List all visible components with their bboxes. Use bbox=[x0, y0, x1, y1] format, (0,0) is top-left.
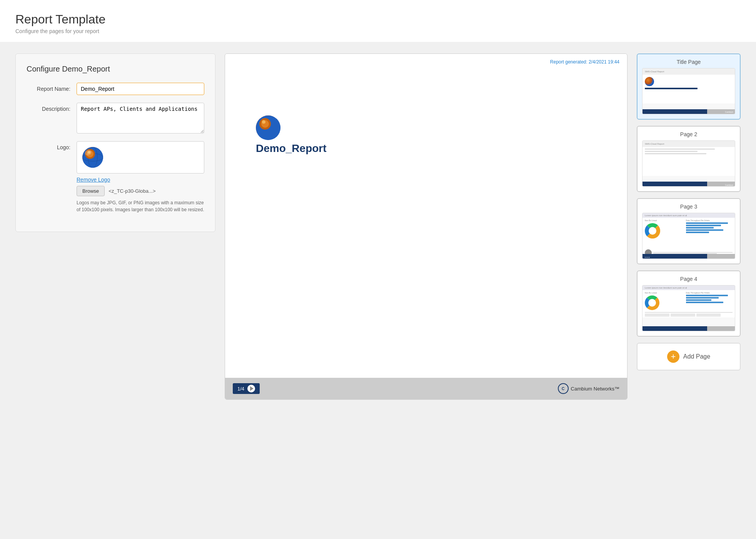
thumb-4-body: Non Bv Lineal Data Throughput Per Artist… bbox=[643, 290, 735, 311]
page-header: Report Template Configure the pages for … bbox=[0, 0, 756, 42]
cambium-circle-icon: C bbox=[558, 383, 569, 394]
thumb-3-header: Lorem ipsum non tincidunt sum pain et al bbox=[643, 213, 735, 218]
page-thumb-2[interactable]: Page 2 SMS-Cloud Report Cambium bbox=[637, 126, 741, 192]
config-panel: Configure Demo_Report Report Name: Descr… bbox=[15, 53, 215, 232]
thumb-1-body bbox=[643, 75, 735, 103]
play-icon bbox=[250, 386, 254, 391]
preview-logo-area bbox=[256, 115, 280, 140]
preview-footer-left: 1/4 bbox=[233, 383, 271, 394]
page-subtitle: Configure the pages for your report bbox=[15, 28, 741, 34]
logo-section: Remove Logo Browse <z_TC-p30-Globa...> L… bbox=[77, 141, 204, 213]
description-row: Description: Report APs, Clients and App… bbox=[27, 103, 204, 133]
page-thumb-1-label: Title Page bbox=[642, 59, 735, 65]
thumb-4-footer bbox=[643, 326, 735, 331]
report-name-label: Report Name: bbox=[27, 83, 77, 92]
preview-footer: 1/4 C Cambium Networks™ bbox=[225, 378, 627, 399]
browse-filename: <z_TC-p30-Globa...> bbox=[108, 188, 155, 194]
logo-globe-icon bbox=[82, 147, 103, 168]
thumb-3-footer bbox=[643, 254, 735, 259]
main-content: Configure Demo_Report Report Name: Descr… bbox=[0, 42, 756, 411]
svg-point-6 bbox=[88, 151, 90, 154]
page-thumb-2-preview: SMS-Cloud Report Cambium bbox=[642, 140, 735, 187]
add-page-icon: + bbox=[667, 350, 679, 363]
cambium-label: Cambium Networks™ bbox=[571, 386, 619, 392]
cambium-logo: C Cambium Networks™ bbox=[558, 383, 619, 394]
thumb-1-logo bbox=[645, 77, 654, 86]
page-thumb-1[interactable]: Title Page SMS-Cloud Report Cambium bbox=[637, 53, 741, 120]
preview-globe-icon bbox=[256, 115, 280, 140]
browse-button[interactable]: Browse bbox=[77, 186, 105, 196]
remove-logo-link[interactable]: Remove Logo bbox=[77, 177, 204, 183]
svg-point-3 bbox=[85, 149, 95, 159]
pages-sidebar: Title Page SMS-Cloud Report Cambium Page… bbox=[637, 53, 741, 370]
page-thumb-1-preview: SMS-Cloud Report Cambium bbox=[642, 68, 735, 114]
page-thumb-3-preview: Lorem ipsum non tincidunt sum pain et al… bbox=[642, 213, 735, 259]
thumb-3-donut bbox=[645, 223, 660, 239]
svg-point-5 bbox=[87, 151, 90, 154]
thumb-2-body bbox=[643, 147, 735, 176]
logo-box bbox=[77, 141, 204, 174]
config-panel-title: Configure Demo_Report bbox=[27, 65, 204, 73]
page-thumb-2-label: Page 2 bbox=[642, 131, 735, 137]
thumb-2-header: SMS-Cloud Report bbox=[643, 141, 735, 147]
report-generated-text: Report generated: 2/4/2021 19:44 bbox=[550, 59, 619, 65]
thumb-1-footer bbox=[643, 109, 735, 114]
page-thumb-3-label: Page 3 bbox=[642, 204, 735, 210]
browse-row: Browse <z_TC-p30-Globa...> bbox=[77, 186, 204, 196]
page-indicator: 1/4 bbox=[233, 383, 260, 394]
thumb-3-body: Non Bv Lineal Data Throughput Per Artist… bbox=[643, 218, 735, 249]
thumb-4-donut bbox=[645, 295, 659, 310]
page-thumb-4[interactable]: Page 4 Lorem ipsum non tincidunt sum pai… bbox=[637, 270, 741, 337]
svg-point-11 bbox=[262, 120, 265, 123]
report-name-input[interactable] bbox=[77, 83, 204, 95]
preview-content: Report generated: 2/4/2021 19:44 Demo_Re… bbox=[225, 54, 627, 378]
preview-report-title: Demo_Report bbox=[256, 142, 327, 155]
thumb-1-watermark: Cambium bbox=[725, 111, 733, 113]
thumb-1-header: SMS-Cloud Report bbox=[643, 68, 735, 75]
page-title: Report Template bbox=[15, 12, 741, 27]
description-input[interactable]: Report APs, Clients and Applications bbox=[77, 103, 204, 133]
play-button[interactable] bbox=[247, 385, 255, 392]
report-name-row: Report Name: bbox=[27, 83, 204, 95]
add-page-button[interactable]: + Add Page bbox=[637, 343, 741, 370]
page-thumb-4-label: Page 4 bbox=[642, 276, 735, 282]
thumb-4-header: Lorem ipsum non tincidunt sum pain et al bbox=[643, 285, 735, 290]
add-page-label: Add Page bbox=[683, 353, 710, 360]
logo-row: Logo: Remove L bbox=[27, 141, 204, 213]
page-thumb-4-preview: Lorem ipsum non tincidunt sum pain et al… bbox=[642, 285, 735, 331]
page-thumb-3[interactable]: Page 3 Lorem ipsum non tincidunt sum pai… bbox=[637, 198, 741, 264]
logo-label: Logo: bbox=[27, 141, 77, 150]
thumb-2-footer: Cambium bbox=[643, 182, 735, 186]
logo-hint: Logos may be JPG, GIF, or PNG images wit… bbox=[77, 199, 204, 213]
svg-point-4 bbox=[87, 150, 93, 157]
preview-panel: Report generated: 2/4/2021 19:44 Demo_Re… bbox=[225, 53, 627, 400]
thumb-1-title-bar bbox=[645, 88, 698, 89]
description-label: Description: bbox=[27, 103, 77, 112]
